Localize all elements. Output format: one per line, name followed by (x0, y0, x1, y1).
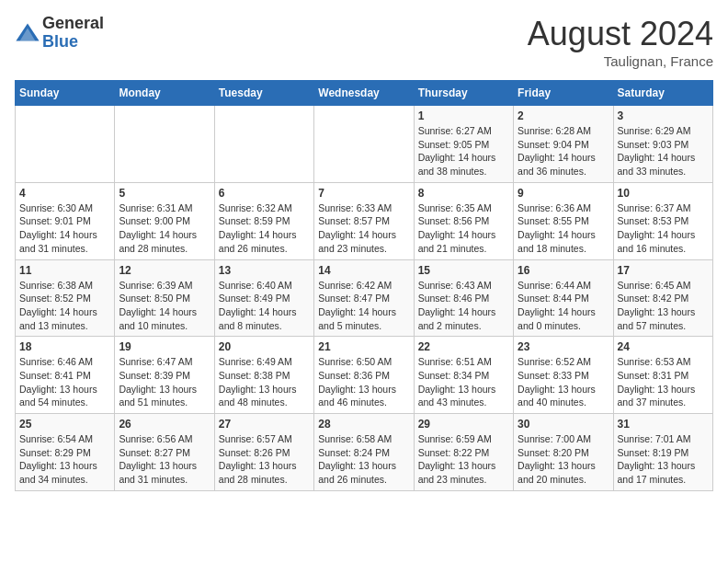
day-info: Sunrise: 6:38 AMSunset: 8:52 PMDaylight:… (19, 279, 110, 333)
day-number: 8 (418, 187, 509, 200)
day-info: Sunrise: 6:27 AMSunset: 9:05 PMDaylight:… (418, 124, 509, 178)
day-info: Sunrise: 6:32 AMSunset: 8:59 PMDaylight:… (219, 201, 310, 256)
day-info: Sunrise: 6:58 AMSunset: 8:24 PMDaylight:… (318, 432, 409, 487)
day-info: Sunrise: 6:30 AMSunset: 9:01 PMDaylight:… (19, 201, 110, 256)
day-cell: 19Sunrise: 6:47 AMSunset: 8:39 PMDayligh… (115, 337, 214, 414)
day-cell: 21Sunrise: 6:50 AMSunset: 8:36 PMDayligh… (314, 337, 414, 414)
day-number: 17 (618, 264, 709, 277)
day-number: 10 (618, 187, 709, 200)
day-info: Sunrise: 6:47 AMSunset: 8:39 PMDaylight:… (119, 355, 210, 409)
month-title: August 2024 (528, 15, 713, 53)
day-number: 30 (518, 418, 609, 431)
calendar-table: SundayMondayTuesdayWednesdayThursdayFrid… (15, 80, 713, 491)
day-info: Sunrise: 6:51 AMSunset: 8:34 PMDaylight:… (418, 355, 509, 409)
day-number: 20 (219, 340, 310, 353)
week-row-2: 4Sunrise: 6:30 AMSunset: 9:01 PMDaylight… (16, 182, 713, 259)
day-info: Sunrise: 6:53 AMSunset: 8:31 PMDaylight:… (618, 355, 709, 409)
day-number: 27 (219, 418, 310, 431)
day-number: 14 (318, 264, 409, 277)
day-cell: 18Sunrise: 6:46 AMSunset: 8:41 PMDayligh… (16, 337, 115, 414)
day-cell: 17Sunrise: 6:45 AMSunset: 8:42 PMDayligh… (613, 259, 712, 337)
day-info: Sunrise: 6:54 AMSunset: 8:29 PMDaylight:… (19, 432, 110, 487)
day-info: Sunrise: 6:42 AMSunset: 8:47 PMDaylight:… (318, 279, 409, 333)
day-number: 22 (418, 340, 509, 353)
day-info: Sunrise: 6:52 AMSunset: 8:33 PMDaylight:… (518, 355, 609, 409)
day-number: 2 (518, 109, 609, 122)
day-info: Sunrise: 6:44 AMSunset: 8:44 PMDaylight:… (518, 279, 609, 333)
day-number: 12 (119, 264, 210, 277)
day-info: Sunrise: 6:43 AMSunset: 8:46 PMDaylight:… (418, 279, 509, 333)
day-cell: 5Sunrise: 6:31 AMSunset: 9:00 PMDaylight… (115, 182, 214, 259)
day-number: 16 (518, 264, 609, 277)
day-number: 26 (119, 418, 210, 431)
day-info: Sunrise: 6:40 AMSunset: 8:49 PMDaylight:… (219, 279, 310, 333)
col-header-monday: Monday (115, 81, 214, 106)
day-cell: 26Sunrise: 6:56 AMSunset: 8:27 PMDayligh… (115, 414, 214, 491)
day-info: Sunrise: 6:50 AMSunset: 8:36 PMDaylight:… (318, 355, 409, 409)
week-row-1: 1Sunrise: 6:27 AMSunset: 9:05 PMDaylight… (16, 106, 713, 183)
day-cell: 31Sunrise: 7:01 AMSunset: 8:19 PMDayligh… (613, 414, 712, 491)
day-number: 15 (418, 264, 509, 277)
day-info: Sunrise: 7:01 AMSunset: 8:19 PMDaylight:… (618, 432, 709, 487)
day-info: Sunrise: 6:33 AMSunset: 8:57 PMDaylight:… (318, 201, 409, 256)
day-info: Sunrise: 6:39 AMSunset: 8:50 PMDaylight:… (119, 279, 210, 333)
day-cell (314, 106, 414, 183)
logo-blue: Blue (42, 32, 78, 51)
day-info: Sunrise: 6:56 AMSunset: 8:27 PMDaylight:… (119, 432, 210, 487)
day-number: 13 (219, 264, 310, 277)
day-number: 19 (119, 340, 210, 353)
day-cell: 22Sunrise: 6:51 AMSunset: 8:34 PMDayligh… (414, 337, 513, 414)
day-cell: 9Sunrise: 6:36 AMSunset: 8:55 PMDaylight… (514, 182, 613, 259)
day-cell: 30Sunrise: 7:00 AMSunset: 8:20 PMDayligh… (514, 414, 613, 491)
logo-text: General Blue (42, 15, 104, 52)
day-info: Sunrise: 6:35 AMSunset: 8:56 PMDaylight:… (418, 201, 509, 256)
day-info: Sunrise: 6:45 AMSunset: 8:42 PMDaylight:… (618, 279, 709, 333)
week-row-5: 25Sunrise: 6:54 AMSunset: 8:29 PMDayligh… (16, 414, 713, 491)
location: Taulignan, France (528, 53, 713, 69)
logo-icon (15, 20, 40, 46)
day-number: 25 (19, 418, 110, 431)
day-cell: 8Sunrise: 6:35 AMSunset: 8:56 PMDaylight… (414, 182, 513, 259)
day-info: Sunrise: 7:00 AMSunset: 8:20 PMDaylight:… (518, 432, 609, 487)
day-cell: 27Sunrise: 6:57 AMSunset: 8:26 PMDayligh… (214, 414, 313, 491)
day-cell: 24Sunrise: 6:53 AMSunset: 8:31 PMDayligh… (613, 337, 712, 414)
col-header-sunday: Sunday (16, 81, 115, 106)
day-number: 11 (19, 264, 110, 277)
logo: General Blue (15, 15, 104, 52)
day-number: 3 (618, 109, 709, 122)
day-cell (214, 106, 313, 183)
day-number: 1 (418, 109, 509, 122)
day-cell: 4Sunrise: 6:30 AMSunset: 9:01 PMDaylight… (16, 182, 115, 259)
day-info: Sunrise: 6:31 AMSunset: 9:00 PMDaylight:… (119, 201, 210, 256)
day-cell: 16Sunrise: 6:44 AMSunset: 8:44 PMDayligh… (514, 259, 613, 337)
page-header: General Blue August 2024 Taulignan, Fran… (15, 15, 713, 69)
day-cell: 25Sunrise: 6:54 AMSunset: 8:29 PMDayligh… (16, 414, 115, 491)
day-info: Sunrise: 6:59 AMSunset: 8:22 PMDaylight:… (418, 432, 509, 487)
day-cell: 6Sunrise: 6:32 AMSunset: 8:59 PMDaylight… (214, 182, 313, 259)
day-number: 18 (19, 340, 110, 353)
day-number: 23 (518, 340, 609, 353)
day-cell: 20Sunrise: 6:49 AMSunset: 8:38 PMDayligh… (214, 337, 313, 414)
col-header-tuesday: Tuesday (214, 81, 313, 106)
day-cell: 10Sunrise: 6:37 AMSunset: 8:53 PMDayligh… (613, 182, 712, 259)
day-cell: 1Sunrise: 6:27 AMSunset: 9:05 PMDaylight… (414, 106, 513, 183)
day-cell: 15Sunrise: 6:43 AMSunset: 8:46 PMDayligh… (414, 259, 513, 337)
day-number: 28 (318, 418, 409, 431)
day-cell: 28Sunrise: 6:58 AMSunset: 8:24 PMDayligh… (314, 414, 414, 491)
day-number: 24 (618, 340, 709, 353)
day-number: 21 (318, 340, 409, 353)
day-info: Sunrise: 6:49 AMSunset: 8:38 PMDaylight:… (219, 355, 310, 409)
day-info: Sunrise: 6:29 AMSunset: 9:03 PMDaylight:… (618, 124, 709, 178)
day-cell: 3Sunrise: 6:29 AMSunset: 9:03 PMDaylight… (613, 106, 712, 183)
day-cell: 2Sunrise: 6:28 AMSunset: 9:04 PMDaylight… (514, 106, 613, 183)
day-cell: 13Sunrise: 6:40 AMSunset: 8:49 PMDayligh… (214, 259, 313, 337)
day-info: Sunrise: 6:57 AMSunset: 8:26 PMDaylight:… (219, 432, 310, 487)
day-cell: 12Sunrise: 6:39 AMSunset: 8:50 PMDayligh… (115, 259, 214, 337)
day-cell: 29Sunrise: 6:59 AMSunset: 8:22 PMDayligh… (414, 414, 513, 491)
day-number: 9 (518, 187, 609, 200)
header-row: SundayMondayTuesdayWednesdayThursdayFrid… (16, 81, 713, 106)
day-cell: 14Sunrise: 6:42 AMSunset: 8:47 PMDayligh… (314, 259, 414, 337)
col-header-wednesday: Wednesday (314, 81, 414, 106)
title-block: August 2024 Taulignan, France (528, 15, 713, 69)
logo-general: General (42, 14, 104, 32)
